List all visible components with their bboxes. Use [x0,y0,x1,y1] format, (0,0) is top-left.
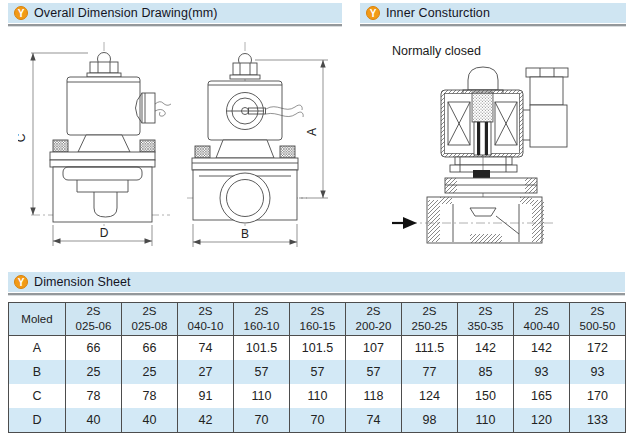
table-cell: 77 [402,360,458,384]
table-cell: 74 [346,408,402,433]
table-row: B 25 25 27 57 57 57 77 85 93 93 [9,360,626,384]
column-header: 2S 350-35 [458,303,514,336]
table-cell: 70 [290,408,346,433]
table-cell: 40 [122,408,178,433]
table-cell: 66 [122,336,178,361]
table-cell: 91 [178,384,234,408]
table-cell: 120 [514,408,570,433]
table-row: D 40 40 42 70 70 74 98 110 120 133 [9,408,626,433]
terminal-box [523,68,568,147]
table-cell: 170 [570,384,626,408]
table-cell: 98 [402,408,458,433]
dim-label-a: A [305,128,319,136]
table-header-row: Moled 2S 025-06 2S 025-08 2S 040-10 2S 1… [9,303,626,336]
column-header: 2S 160-10 [234,303,290,336]
table-cell: 85 [458,360,514,384]
side-view-drawing: A B [185,32,345,260]
valve-body [193,170,297,223]
table-cell: 27 [178,360,234,384]
row-label: D [9,408,66,433]
dimension-sheet-table-wrap: Moled 2S 025-06 2S 025-08 2S 040-10 2S 1… [8,302,625,433]
row-label: C [9,384,66,408]
dimension-sheet-table: Moled 2S 025-06 2S 025-08 2S 040-10 2S 1… [8,302,626,433]
table-cell: 93 [514,360,570,384]
bonnet-neck [50,135,155,167]
section-title-dimension-sheet: Dimension Sheet [34,275,131,289]
table-cell: 101.5 [290,336,346,361]
table-cell: 70 [234,408,290,433]
table-cell: 57 [346,360,402,384]
coil-housing [441,90,523,157]
front-view-drawing: C D [18,32,178,260]
table-row: A 66 66 74 101.5 101.5 107 111.5 142 142… [9,336,626,361]
table-cell: 142 [458,336,514,361]
separator-line [8,24,342,26]
section-title-inner-construction: Inner Consturction [386,6,490,20]
table-cell: 74 [178,336,234,361]
table-cell: 42 [178,408,234,433]
section-header-overall-dimension: Y Overall Dimension Drawing(mm) [8,3,342,23]
column-header: 2S 500-50 [570,303,626,336]
brand-y-icon: Y [14,275,28,289]
table-cell: 124 [402,384,458,408]
table-cell: 172 [570,336,626,361]
table-cell: 150 [458,384,514,408]
section-header-dimension-sheet: Y Dimension Sheet [8,272,625,292]
table-cell: 25 [122,360,178,384]
top-nut [87,53,121,78]
row-label: B [9,360,66,384]
column-header: 2S 025-08 [122,303,178,336]
corner-header-cell: Moled [9,303,66,336]
dimension-line-d: D [53,225,152,246]
column-header: 2S 025-06 [66,303,122,336]
brand-y-icon: Y [366,6,380,20]
table-cell: 78 [122,384,178,408]
table-cell: 142 [514,336,570,361]
brand-y-icon: Y [14,6,28,20]
top-nut [230,54,260,80]
table-cell: 66 [66,336,122,361]
table-cell: 57 [234,360,290,384]
solenoid-coil [67,77,140,135]
row-label: A [9,336,66,361]
table-cell: 25 [66,360,122,384]
normally-closed-caption: Normally closed [392,44,481,58]
table-cell: 101.5 [234,336,290,361]
table-cell: 107 [346,336,402,361]
table-cell: 110 [458,408,514,433]
table-cell: 133 [570,408,626,433]
cable-connector [136,93,172,123]
column-header: 2S 160-15 [290,303,346,336]
table-cell: 118 [346,384,402,408]
column-header: 2S 400-40 [514,303,570,336]
table-cell: 111.5 [402,336,458,361]
valve-body [53,167,152,222]
column-header: 2S 200-20 [346,303,402,336]
dim-label-d: D [100,226,109,240]
dim-label-b: B [241,227,249,241]
solenoid-coil [208,81,282,140]
dim-label-c: C [18,133,28,142]
table-cell: 165 [514,384,570,408]
bonnet-neck [192,140,298,170]
table-cell: 93 [570,360,626,384]
table-cell: 110 [290,384,346,408]
section-title-overall-dimension: Overall Dimension Drawing(mm) [34,6,218,20]
cross-section-drawing [390,60,630,260]
table-cell: 110 [234,384,290,408]
table-row: C 78 78 91 110 110 118 124 150 165 170 [9,384,626,408]
valve-body-section [427,197,544,243]
table-cell: 78 [66,384,122,408]
column-header: 2S 040-10 [178,303,234,336]
table-cell: 57 [290,360,346,384]
section-header-inner-construction: Y Inner Consturction [360,3,626,23]
column-header: 2S 250-25 [402,303,458,336]
separator-line [8,293,625,295]
table-cell: 40 [66,408,122,433]
dimension-line-b: B [193,224,297,247]
separator-line [360,24,626,26]
